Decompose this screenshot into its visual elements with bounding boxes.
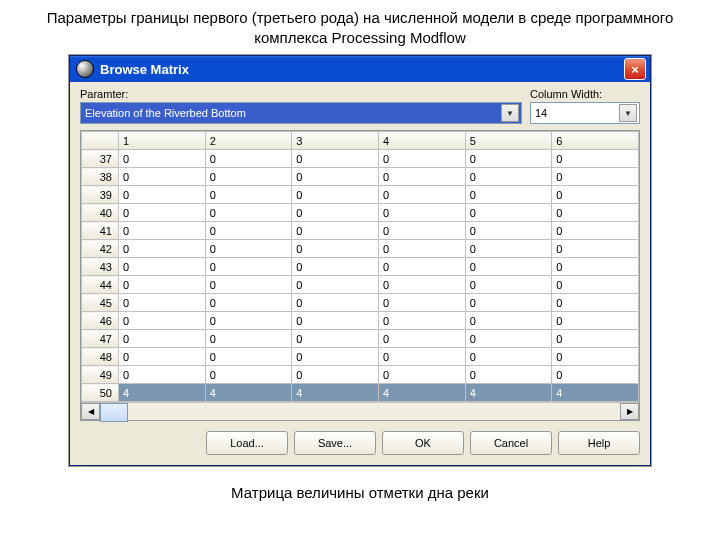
table-row[interactable]: 45000000 bbox=[82, 294, 639, 312]
table-row[interactable]: 43000000 bbox=[82, 258, 639, 276]
cell[interactable]: 0 bbox=[119, 240, 206, 258]
row-header[interactable]: 40 bbox=[82, 204, 119, 222]
cell[interactable]: 4 bbox=[465, 384, 552, 402]
scroll-left-icon[interactable]: ◀ bbox=[81, 403, 100, 420]
cell[interactable]: 0 bbox=[292, 204, 379, 222]
cell[interactable]: 0 bbox=[465, 222, 552, 240]
matrix-grid[interactable]: 1234563700000038000000390000004000000041… bbox=[80, 130, 640, 421]
cell[interactable]: 0 bbox=[205, 276, 292, 294]
cell[interactable]: 0 bbox=[292, 366, 379, 384]
row-header[interactable]: 48 bbox=[82, 348, 119, 366]
cell[interactable]: 0 bbox=[292, 186, 379, 204]
cell[interactable]: 0 bbox=[205, 312, 292, 330]
parameter-select[interactable]: Elevation of the Riverbed Bottom ▼ bbox=[80, 102, 522, 124]
table-row[interactable]: 44000000 bbox=[82, 276, 639, 294]
cell[interactable]: 4 bbox=[205, 384, 292, 402]
load-button[interactable]: Load... bbox=[206, 431, 288, 455]
column-header[interactable]: 4 bbox=[378, 132, 465, 150]
cell[interactable]: 0 bbox=[292, 150, 379, 168]
cell[interactable]: 0 bbox=[465, 312, 552, 330]
row-header[interactable]: 49 bbox=[82, 366, 119, 384]
cell[interactable]: 4 bbox=[552, 384, 639, 402]
table-row[interactable]: 50444444 bbox=[82, 384, 639, 402]
cell[interactable]: 0 bbox=[119, 348, 206, 366]
cell[interactable]: 0 bbox=[378, 204, 465, 222]
cell[interactable]: 0 bbox=[378, 294, 465, 312]
table-row[interactable]: 42000000 bbox=[82, 240, 639, 258]
cell[interactable]: 0 bbox=[552, 348, 639, 366]
cell[interactable]: 0 bbox=[292, 222, 379, 240]
horizontal-scrollbar[interactable]: ◀ ▶ bbox=[81, 402, 639, 420]
table-row[interactable]: 41000000 bbox=[82, 222, 639, 240]
column-header[interactable]: 3 bbox=[292, 132, 379, 150]
column-header[interactable]: 5 bbox=[465, 132, 552, 150]
cell[interactable]: 0 bbox=[119, 222, 206, 240]
cell[interactable]: 0 bbox=[552, 168, 639, 186]
cell[interactable]: 0 bbox=[292, 276, 379, 294]
row-header[interactable]: 39 bbox=[82, 186, 119, 204]
column-header[interactable]: 2 bbox=[205, 132, 292, 150]
cell[interactable]: 0 bbox=[378, 312, 465, 330]
cell[interactable]: 0 bbox=[205, 366, 292, 384]
cell[interactable]: 4 bbox=[119, 384, 206, 402]
cell[interactable]: 0 bbox=[292, 168, 379, 186]
cell[interactable]: 0 bbox=[465, 366, 552, 384]
cell[interactable]: 0 bbox=[205, 150, 292, 168]
cell[interactable]: 0 bbox=[205, 186, 292, 204]
cell[interactable]: 0 bbox=[205, 348, 292, 366]
cancel-button[interactable]: Cancel bbox=[470, 431, 552, 455]
cell[interactable]: 0 bbox=[292, 294, 379, 312]
column-width-select[interactable]: 14 ▼ bbox=[530, 102, 640, 124]
cell[interactable]: 0 bbox=[378, 276, 465, 294]
row-header[interactable]: 46 bbox=[82, 312, 119, 330]
save-button[interactable]: Save... bbox=[294, 431, 376, 455]
cell[interactable]: 0 bbox=[552, 186, 639, 204]
cell[interactable]: 0 bbox=[465, 168, 552, 186]
cell[interactable]: 0 bbox=[292, 330, 379, 348]
row-header[interactable]: 41 bbox=[82, 222, 119, 240]
cell[interactable]: 0 bbox=[205, 258, 292, 276]
cell[interactable]: 0 bbox=[552, 150, 639, 168]
table-row[interactable]: 38000000 bbox=[82, 168, 639, 186]
cell[interactable]: 0 bbox=[378, 168, 465, 186]
cell[interactable]: 0 bbox=[378, 330, 465, 348]
cell[interactable]: 0 bbox=[119, 330, 206, 348]
column-header[interactable]: 1 bbox=[119, 132, 206, 150]
chevron-down-icon[interactable]: ▼ bbox=[501, 104, 519, 122]
cell[interactable]: 0 bbox=[292, 312, 379, 330]
titlebar[interactable]: Browse Matrix × bbox=[70, 56, 650, 82]
table-row[interactable]: 39000000 bbox=[82, 186, 639, 204]
cell[interactable]: 0 bbox=[465, 258, 552, 276]
column-header[interactable]: 6 bbox=[552, 132, 639, 150]
cell[interactable]: 0 bbox=[119, 186, 206, 204]
cell[interactable]: 0 bbox=[552, 294, 639, 312]
cell[interactable]: 0 bbox=[292, 258, 379, 276]
cell[interactable]: 0 bbox=[465, 276, 552, 294]
cell[interactable]: 0 bbox=[292, 240, 379, 258]
cell[interactable]: 4 bbox=[378, 384, 465, 402]
cell[interactable]: 0 bbox=[552, 222, 639, 240]
cell[interactable]: 0 bbox=[378, 366, 465, 384]
cell[interactable]: 0 bbox=[552, 330, 639, 348]
row-header[interactable]: 43 bbox=[82, 258, 119, 276]
cell[interactable]: 0 bbox=[552, 366, 639, 384]
row-header[interactable]: 37 bbox=[82, 150, 119, 168]
cell[interactable]: 0 bbox=[119, 168, 206, 186]
cell[interactable]: 0 bbox=[119, 294, 206, 312]
cell[interactable]: 0 bbox=[292, 348, 379, 366]
cell[interactable]: 0 bbox=[119, 276, 206, 294]
cell[interactable]: 0 bbox=[465, 240, 552, 258]
row-header[interactable]: 45 bbox=[82, 294, 119, 312]
table-row[interactable]: 40000000 bbox=[82, 204, 639, 222]
cell[interactable]: 0 bbox=[552, 312, 639, 330]
cell[interactable]: 0 bbox=[205, 294, 292, 312]
table-row[interactable]: 48000000 bbox=[82, 348, 639, 366]
table-row[interactable]: 37000000 bbox=[82, 150, 639, 168]
cell[interactable]: 0 bbox=[205, 204, 292, 222]
cell[interactable]: 0 bbox=[205, 168, 292, 186]
cell[interactable]: 0 bbox=[378, 258, 465, 276]
scroll-right-icon[interactable]: ▶ bbox=[620, 403, 639, 420]
cell[interactable]: 0 bbox=[119, 366, 206, 384]
cell[interactable]: 4 bbox=[292, 384, 379, 402]
cell[interactable]: 0 bbox=[378, 186, 465, 204]
